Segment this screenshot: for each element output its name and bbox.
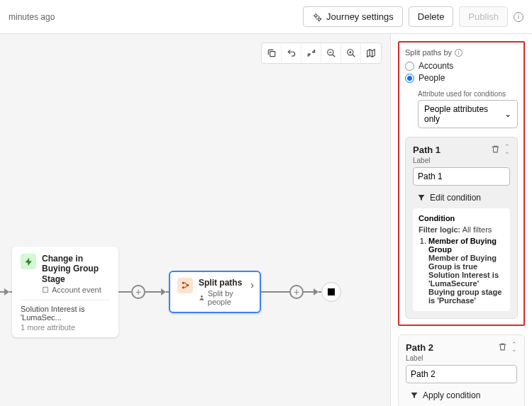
add-node-button[interactable]: + (131, 285, 145, 299)
cond-sub-item: Member of Buying Group is true (428, 254, 497, 271)
svg-point-0 (315, 14, 318, 17)
node-subtitle: Account event (42, 286, 110, 294)
node-split-paths[interactable]: Split paths Split by people › (169, 271, 261, 313)
path1-label-text: Label (413, 157, 440, 164)
radio-label: Accounts (419, 61, 453, 71)
condition-heading: Condition (419, 214, 504, 222)
person-icon (199, 294, 205, 301)
journey-settings-button[interactable]: Journey settings (303, 6, 403, 27)
select-value: People attributes only (424, 104, 504, 124)
building-icon (42, 286, 49, 293)
move-down-icon[interactable]: ⌄ (511, 347, 517, 352)
duplicate-icon[interactable] (262, 43, 282, 63)
svg-point-8 (187, 285, 188, 286)
svg-point-6 (182, 283, 184, 284)
condition-box: Condition Filter logic: All filters Memb… (413, 208, 510, 311)
filter-logic-label: Filter logic: (419, 225, 460, 234)
trash-icon[interactable] (498, 342, 507, 352)
radio-accounts[interactable]: Accounts (405, 61, 518, 71)
split-config-highlight: Split paths by i Accounts People Attribu… (398, 41, 525, 326)
path1-title: Path 1 (413, 145, 440, 155)
add-node-button[interactable]: + (289, 285, 304, 299)
radio-icon (405, 74, 414, 83)
split-by-label: Split paths by i (405, 48, 518, 57)
gear-icon (312, 12, 322, 22)
chevron-right-icon: › (250, 279, 254, 291)
cond-item: Member of Buying Group (428, 237, 497, 254)
attr-select-label: Attribute used for conditions (418, 90, 518, 98)
edit-condition-link[interactable]: Edit condition (417, 193, 510, 203)
path1-card: Path 1 Label ⌃⌄ Edit condition Condition… (405, 137, 518, 319)
path1-label-input[interactable] (413, 167, 510, 186)
cond-sub-item: Buying group stage is 'Purchase' (428, 288, 501, 305)
node-title: Split paths (199, 278, 253, 288)
zoom-in-icon[interactable] (341, 43, 361, 63)
filter-icon (410, 391, 419, 400)
path2-label-text: Label (406, 354, 433, 362)
svg-rect-5 (43, 287, 48, 293)
timestamp: minutes ago (9, 12, 55, 22)
end-node[interactable] (321, 282, 341, 302)
apply-condition-link[interactable]: Apply condition (410, 390, 517, 400)
info-icon[interactable]: i (514, 12, 523, 22)
arrow-icon (4, 288, 9, 295)
radio-label: People (419, 73, 445, 83)
path2-title: Path 2 (406, 342, 433, 353)
filter-logic-value: All filters (460, 225, 492, 234)
trash-icon[interactable] (491, 145, 500, 154)
radio-icon (405, 62, 414, 71)
zoom-out-icon[interactable] (321, 43, 341, 63)
node-subtitle: Split by people (199, 289, 253, 306)
node-account-event[interactable]: Change in Buying Group Stage Account eve… (12, 247, 118, 337)
svg-point-9 (201, 295, 203, 298)
properties-panel: Split paths by i Accounts People Attribu… (390, 34, 532, 406)
arrow-icon (314, 288, 318, 295)
svg-point-7 (182, 287, 184, 288)
radio-people[interactable]: People (405, 73, 518, 83)
undo-icon[interactable] (282, 43, 301, 63)
journey-settings-label: Journey settings (326, 11, 394, 22)
cond-sub-item: Solution Interest is 'LumaSecure' (428, 271, 499, 288)
svg-point-1 (318, 18, 321, 21)
stop-icon (328, 288, 335, 295)
split-icon (177, 278, 193, 293)
lightning-icon (21, 254, 36, 269)
info-icon[interactable]: i (455, 49, 462, 57)
arrow-icon (161, 288, 166, 295)
delete-button[interactable]: Delete (409, 6, 454, 27)
filter-icon (417, 193, 426, 202)
publish-button: Publish (459, 6, 508, 27)
node-more-line: 1 more attribute (21, 323, 110, 332)
node-attr-line: Solution Interest is 'LumaSec... (21, 305, 110, 322)
map-icon[interactable] (361, 43, 381, 63)
canvas[interactable]: Change in Buying Group Stage Account eve… (0, 34, 390, 406)
node-title: Change in Buying Group Stage (42, 254, 110, 284)
chevron-down-icon: ⌄ (504, 109, 511, 119)
attr-select[interactable]: People attributes only ⌄ (418, 100, 518, 128)
svg-rect-2 (270, 52, 275, 57)
canvas-toolbar (261, 43, 382, 64)
move-down-icon[interactable]: ⌄ (504, 150, 510, 154)
path2-label-input[interactable] (406, 365, 517, 383)
path2-card: Path 2 Label ⌃⌄ Apply condition (398, 334, 525, 406)
collapse-icon[interactable] (301, 43, 321, 63)
